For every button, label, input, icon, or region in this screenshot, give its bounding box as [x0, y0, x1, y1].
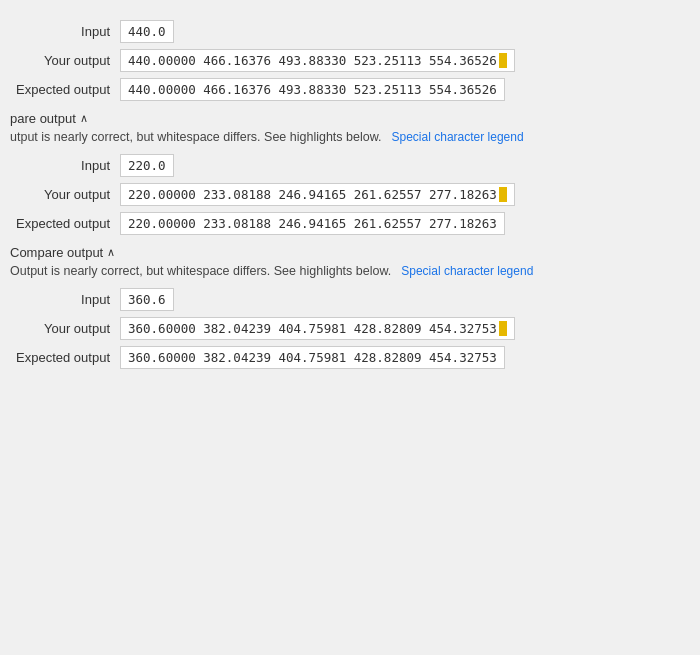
input-label-2: Input: [10, 158, 120, 173]
section-2: Input 220.0 Your output 220.00000 233.08…: [10, 154, 690, 235]
compare-section-2: Compare output ∧ Output is nearly correc…: [10, 245, 690, 278]
expected-output-value-1: 440.00000 466.16376 493.88330 523.25113 …: [120, 78, 505, 101]
your-output-value-1: 440.00000 466.16376 493.88330 523.25113 …: [120, 49, 515, 72]
expected-output-label-1: Expected output: [10, 82, 120, 97]
compare-note-text-2: Output is nearly correct, but whitespace…: [10, 264, 391, 278]
input-label-3: Input: [10, 292, 120, 307]
compare-header-1[interactable]: pare output ∧: [10, 111, 690, 126]
expected-output-row-1: Expected output 440.00000 466.16376 493.…: [10, 78, 690, 101]
special-char-link-2[interactable]: Special character legend: [401, 264, 533, 278]
your-output-label-2: Your output: [10, 187, 120, 202]
compare-note-2: Output is nearly correct, but whitespace…: [10, 264, 690, 278]
section-1: Input 440.0 Your output 440.00000 466.16…: [10, 20, 690, 101]
caret-icon-2: ∧: [107, 246, 115, 259]
expected-output-label-3: Expected output: [10, 350, 120, 365]
cursor-1: [499, 53, 507, 68]
expected-output-row-3: Expected output 360.60000 382.04239 404.…: [10, 346, 690, 369]
your-output-label-1: Your output: [10, 53, 120, 68]
your-output-value-2: 220.00000 233.08188 246.94165 261.62557 …: [120, 183, 515, 206]
compare-note-text-1: utput is nearly correct, but whitespace …: [10, 130, 382, 144]
expected-output-row-2: Expected output 220.00000 233.08188 246.…: [10, 212, 690, 235]
input-row-3: Input 360.6: [10, 288, 690, 311]
your-output-value-3: 360.60000 382.04239 404.75981 428.82809 …: [120, 317, 515, 340]
your-output-label-3: Your output: [10, 321, 120, 336]
compare-section-1: pare output ∧ utput is nearly correct, b…: [10, 111, 690, 144]
compare-note-1: utput is nearly correct, but whitespace …: [10, 130, 690, 144]
input-value-3: 360.6: [120, 288, 174, 311]
caret-icon-1: ∧: [80, 112, 88, 125]
input-row-2: Input 220.0: [10, 154, 690, 177]
special-char-link-1[interactable]: Special character legend: [392, 130, 524, 144]
your-output-row-1: Your output 440.00000 466.16376 493.8833…: [10, 49, 690, 72]
expected-output-value-2: 220.00000 233.08188 246.94165 261.62557 …: [120, 212, 505, 235]
compare-label-2: Compare output: [10, 245, 103, 260]
input-value-1: 440.0: [120, 20, 174, 43]
input-value-2: 220.0: [120, 154, 174, 177]
your-output-row-3: Your output 360.60000 382.04239 404.7598…: [10, 317, 690, 340]
your-output-row-2: Your output 220.00000 233.08188 246.9416…: [10, 183, 690, 206]
compare-header-2[interactable]: Compare output ∧: [10, 245, 690, 260]
input-label-1: Input: [10, 24, 120, 39]
expected-output-label-2: Expected output: [10, 216, 120, 231]
expected-output-value-3: 360.60000 382.04239 404.75981 428.82809 …: [120, 346, 505, 369]
cursor-3: [499, 321, 507, 336]
input-row-1: Input 440.0: [10, 20, 690, 43]
section-3: Input 360.6 Your output 360.60000 382.04…: [10, 288, 690, 369]
cursor-2: [499, 187, 507, 202]
compare-label-1: pare output: [10, 111, 76, 126]
